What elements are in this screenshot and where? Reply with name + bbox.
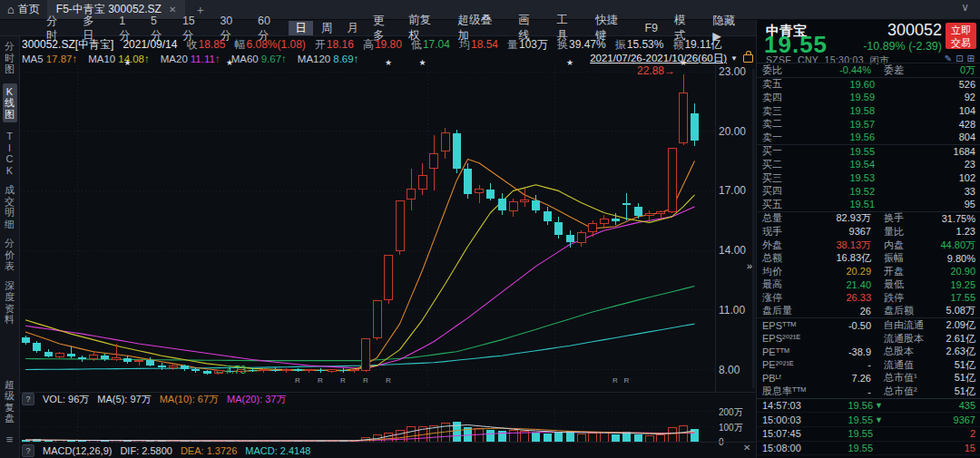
price-tick-label: 11.00 bbox=[719, 304, 755, 317]
sidebar-view-item[interactable]: 深 度 资 料 bbox=[3, 280, 17, 326]
chart-toolbar: 分时多日1分5分15分30分60分日周月更多 前复权超级叠加画线工具快捷键F9模… bbox=[0, 20, 756, 36]
help-icon[interactable]: ? bbox=[22, 444, 34, 457]
period-tab[interactable]: 月 bbox=[340, 21, 365, 35]
ma-readout: MA517.87↑ bbox=[22, 54, 77, 64]
volume-grid bbox=[20, 405, 715, 442]
ask-row[interactable]: 卖三19.58104 bbox=[757, 104, 980, 118]
stat-row: PEᵀᵀᴹ-38.9 总股本2.63亿 bbox=[757, 345, 980, 358]
stat-row: 最高21.40 最低19.25 bbox=[757, 278, 980, 292]
price-tick-label: 23.00 bbox=[719, 65, 755, 78]
event-star-icon[interactable]: ★ bbox=[566, 58, 573, 67]
ma-readout: MA1014.08↑ bbox=[88, 54, 150, 64]
ask-row[interactable]: 卖一19.56804 bbox=[757, 131, 980, 144]
volume-chart-svg[interactable] bbox=[20, 405, 715, 442]
price-change: -10.89% (-2.39) bbox=[863, 40, 942, 53]
period-tab[interactable]: 日 bbox=[289, 21, 313, 35]
ohlc-field: 低17.04 bbox=[411, 37, 450, 53]
event-star-icon[interactable]: ★ bbox=[680, 58, 687, 67]
event-star-icon[interactable]: ★ bbox=[226, 58, 233, 67]
stat-row: 均价20.29 开盘20.90 bbox=[757, 265, 980, 278]
lock-icon[interactable] bbox=[743, 54, 753, 63]
bid-row[interactable]: 买一19.551684 bbox=[757, 145, 980, 159]
macd-readout: MACD: 2.4148 bbox=[245, 445, 310, 456]
ask-row[interactable]: 卖五19.60526 bbox=[757, 78, 980, 92]
sidebar-view-item[interactable]: 分 价 表 bbox=[3, 238, 17, 272]
bid-row[interactable]: 买五19.5195 bbox=[757, 198, 980, 211]
view-sidebar: 分 时 图K 线 图T I C K成 交 明 细分 价 表深 度 资 料超 级 … bbox=[0, 36, 20, 458]
tick-row[interactable]: 15:08:0019.5515 bbox=[757, 442, 980, 456]
volume-readout: VOL: 96万 bbox=[43, 393, 89, 406]
bid-row[interactable]: 买四19.5233 bbox=[757, 184, 980, 198]
period-tab[interactable]: 周 bbox=[315, 21, 339, 35]
macd-readout: MACD(12,26,9) bbox=[43, 445, 112, 456]
price-tick-label: 14.00 bbox=[719, 244, 755, 257]
ohlc-field: 额19.11亿 bbox=[672, 37, 721, 53]
stock-terminal-window: ⌂ 首页 F5-中青宝 300052.SZ ✕ ＋ ∨ 分时多日1分5分15分3… bbox=[0, 0, 980, 458]
stat-row: 盘后量26 盘后额5.08万 bbox=[757, 305, 980, 318]
volume-readout: MA(10): 67万 bbox=[160, 393, 219, 406]
trade-now-button[interactable]: 立即交易 bbox=[946, 23, 976, 49]
tick-row[interactable]: 15:00:0319.55▼9367 bbox=[757, 413, 980, 427]
svg-text:R: R bbox=[295, 376, 300, 385]
ohlc-field: 幅6.08%(1.08) bbox=[234, 37, 305, 53]
tick-row[interactable]: 15:07:4519.552 bbox=[757, 427, 980, 442]
symbol-label: 300052.SZ[中青宝] bbox=[22, 37, 113, 53]
price-chart-svg: RRRRRRR bbox=[20, 65, 715, 392]
ohlc-field: 收18.85 bbox=[186, 37, 225, 53]
svg-text:R: R bbox=[386, 376, 391, 385]
volume-ma-lines bbox=[25, 425, 695, 442]
bid-row[interactable]: 买二19.5423 bbox=[757, 158, 980, 171]
candlestick-chart[interactable]: RRRRRRR bbox=[20, 65, 715, 392]
stat-row: EPSᵀᵀᴹ-0.50 自由流通2.09亿 bbox=[757, 317, 980, 332]
axis-divider bbox=[715, 65, 716, 392]
sidebar-view-item[interactable]: T I C K bbox=[3, 131, 17, 176]
event-star-icon[interactable]: ★ bbox=[124, 58, 132, 67]
sidebar-view-item[interactable]: 分 时 图 bbox=[3, 41, 17, 75]
stat-row: 现手9367 量比1.23 bbox=[757, 225, 980, 239]
event-star-icon[interactable]: ★ bbox=[385, 58, 392, 67]
ohlc-info-bar: 300052.SZ[中青宝] 2021/09/14 收18.85幅6.08%(1… bbox=[22, 37, 753, 52]
stat-row: 总量82.93万 换手31.75% bbox=[757, 212, 980, 226]
ask-row[interactable]: 卖四19.5992 bbox=[757, 91, 980, 104]
price-tick-label: 20.00 bbox=[719, 125, 755, 138]
stat-row: PE²⁰²¹ᴱ- 流通值51亿 bbox=[757, 358, 980, 372]
low-price-annotation: ←7.73 bbox=[214, 364, 246, 376]
volume-tick-label: 200万 bbox=[719, 406, 755, 419]
toolbar-button[interactable]: F9 bbox=[637, 22, 665, 34]
sidebar-view-item[interactable]: K 线 图 bbox=[3, 83, 17, 123]
home-icon: ⌂ bbox=[7, 3, 15, 16]
svg-text:R: R bbox=[363, 376, 368, 385]
high-price-annotation: 22.88→ bbox=[637, 64, 675, 77]
event-star-icon[interactable]: ★ bbox=[419, 58, 426, 67]
volume-readout: MA(20): 37万 bbox=[227, 393, 286, 406]
date-label: 2021/09/14 bbox=[122, 38, 177, 51]
svg-text:R: R bbox=[612, 376, 618, 385]
sidebar-view-item[interactable]: 超 级 复 盘 bbox=[3, 379, 17, 424]
ma-readout: MA1208.69↑ bbox=[298, 54, 359, 64]
ma-readout: MA2011.11↑ bbox=[161, 54, 220, 64]
ohlc-field: 振15.53% bbox=[615, 37, 664, 53]
ask-row[interactable]: 卖二19.57428 bbox=[757, 117, 980, 131]
macd-readout: DEA: 1.3726 bbox=[181, 445, 237, 456]
close-pane-icon[interactable]: ✕ bbox=[743, 443, 750, 453]
date-range-selector[interactable]: 2021/07/26-2021/10/26(60日) ▼ bbox=[590, 52, 753, 65]
volume-header: ? VOL: 96万MA(5): 97万MA(10): 67万MA(20): 3… bbox=[22, 393, 287, 405]
sidebar-menu-icon[interactable]: ≡ bbox=[6, 433, 14, 446]
stat-row: 外盘38.13万 内盘44.80万 bbox=[757, 239, 980, 252]
svg-text:R: R bbox=[340, 376, 346, 385]
stock-code: 300052 bbox=[887, 21, 942, 40]
chart-scrollbar[interactable] bbox=[752, 69, 755, 388]
help-icon[interactable]: ? bbox=[22, 393, 34, 405]
svg-text:R: R bbox=[318, 376, 323, 385]
sidebar-view-item[interactable]: 成 交 明 细 bbox=[3, 184, 17, 229]
collapse-panel-icon[interactable]: ∨ bbox=[961, 1, 969, 14]
ohlc-field: 均18.54 bbox=[459, 37, 498, 53]
bid-row[interactable]: 买三19.53102 bbox=[757, 171, 980, 185]
candles bbox=[22, 74, 700, 375]
tick-row[interactable]: 14:57:0319.56▼435 bbox=[757, 399, 980, 414]
price-tick-label: 8.00 bbox=[719, 364, 755, 376]
ohlc-field: 换39.47% bbox=[557, 37, 606, 53]
stat-row: 股息率ᵀᵀᴹ- 总市值²51亿 bbox=[757, 385, 980, 398]
ma-readout: MA609.67↑ bbox=[231, 54, 287, 64]
panel-expand-icon[interactable]: » bbox=[747, 260, 752, 271]
